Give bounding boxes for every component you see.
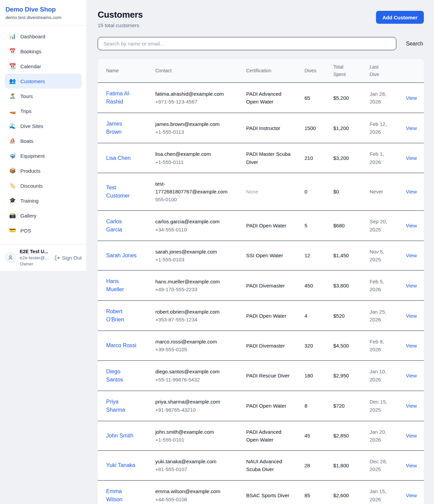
page-header: Customers 15 total customers Add Custome…: [98, 10, 424, 28]
customer-certification: PADI Instructor: [241, 113, 299, 143]
customer-last-dive: Sep 20, 2025: [364, 210, 400, 241]
customer-phone: +1-555-0113: [155, 128, 235, 136]
sidebar-item-boats[interactable]: ⛵ Boats: [5, 133, 82, 148]
customer-name-link[interactable]: John Smith: [106, 432, 133, 440]
customer-name-link[interactable]: Priya Sharma: [106, 398, 137, 414]
view-link[interactable]: View: [406, 253, 417, 258]
table-row: Hans Mueller hans.mueller@example.com +4…: [98, 270, 424, 301]
sidebar-item-dashboard[interactable]: 📊 Dashboard: [5, 29, 82, 44]
customer-name-link[interactable]: James Brown: [106, 120, 137, 136]
customer-total-spent: $1,450: [328, 241, 364, 270]
search-input[interactable]: [98, 37, 396, 50]
view-link[interactable]: View: [406, 125, 417, 131]
sidebar-item-customers[interactable]: 👥 Customers: [5, 74, 82, 89]
customer-last-dive: Nov 5, 2025: [364, 241, 400, 270]
view-link[interactable]: View: [406, 463, 417, 468]
table-row: Priya Sharma priya.sharma@example.com +9…: [98, 391, 424, 421]
wave-icon: 🌊: [9, 123, 16, 129]
search-button[interactable]: Search: [405, 39, 424, 48]
customer-dives: 12: [299, 241, 328, 270]
table-row: Marco Rossi marco.rossi@example.com +39-…: [98, 331, 424, 361]
customer-certification: PADI Open Water: [241, 210, 299, 241]
sidebar-item-products[interactable]: 📦 Products: [5, 163, 82, 178]
sidebar-item-calendar[interactable]: 📆 Calendar: [5, 59, 82, 74]
sidebar-item-tours[interactable]: 🏝️ Tours: [5, 89, 82, 104]
view-link[interactable]: View: [406, 283, 417, 288]
sidebar-item-discounts[interactable]: 🏷️ Discounts: [5, 178, 82, 193]
column-header: Total Spent: [328, 59, 364, 83]
sidebar-item-pos[interactable]: 💳 POS: [5, 223, 82, 238]
customer-phone: +1-555-0101: [155, 436, 235, 444]
sidebar-item-trips[interactable]: 🚤 Trips: [5, 104, 82, 118]
customer-dives: 1500: [299, 113, 328, 143]
speedboat-icon: 🚤: [9, 108, 16, 114]
customer-email: priya.sharma@example.com: [155, 398, 228, 406]
sidebar-item-gallery[interactable]: 📸 Gallery: [5, 208, 82, 223]
view-link[interactable]: View: [406, 373, 417, 378]
customer-name-link[interactable]: Hans Mueller: [106, 277, 137, 294]
customer-total-spent: $520: [328, 301, 364, 331]
table-row: Carlos Garcia carlos.garcia@example.com …: [98, 210, 424, 241]
customer-name-link[interactable]: Test Customer: [106, 184, 137, 200]
add-customer-button[interactable]: Add Customer: [376, 11, 424, 24]
view-link[interactable]: View: [406, 433, 417, 438]
customer-certification: PADI Divemaster: [241, 270, 299, 301]
sidebar-item-equipment[interactable]: 🤿 Equipment: [5, 148, 82, 163]
table-row: Fatima Al-Rashid fatima.alrashid@example…: [98, 83, 424, 113]
customer-email: james.brown@example.com: [155, 120, 228, 128]
customer-total-spent: $2,600: [328, 480, 364, 504]
customer-email: diego.santos@example.com: [155, 368, 228, 375]
customer-dives: 65: [299, 83, 328, 113]
customer-name-link[interactable]: Sarah Jones: [106, 251, 137, 260]
customer-email: hans.mueller@example.com: [155, 278, 228, 285]
customer-phone: +44-555-0108: [155, 496, 235, 503]
customer-phone: +39-555-0105: [155, 346, 235, 353]
customer-name-link[interactable]: Diego Santos: [106, 368, 137, 384]
customer-total-spent: $0: [328, 173, 364, 210]
customer-dives: 8: [299, 391, 328, 421]
customer-dives: 85: [299, 480, 328, 504]
customer-total-spent: $4,500: [328, 331, 364, 361]
customer-phone: +1-555-0111: [155, 158, 235, 166]
customer-name-link[interactable]: Carlos Garcia: [106, 218, 137, 234]
customer-last-dive: Feb 1, 2026: [364, 143, 400, 173]
view-link[interactable]: View: [406, 223, 417, 228]
shop-domain: demo.test.divestreams.com: [5, 15, 81, 20]
customer-name-link[interactable]: Lisa Chen: [106, 154, 131, 162]
customer-name-link[interactable]: Emma Wilson: [106, 487, 137, 504]
customer-name-link[interactable]: Yuki Tanaka: [106, 461, 135, 469]
customer-email: robert.obrien@example.com: [155, 308, 228, 316]
view-link[interactable]: View: [406, 343, 417, 349]
view-link[interactable]: View: [406, 155, 417, 161]
view-link[interactable]: View: [406, 313, 417, 319]
customer-email: emma.wilson@example.com: [155, 487, 228, 495]
customer-email: carlos.garcia@example.com: [155, 218, 228, 225]
sidebar-item-training[interactable]: 🎓 Training: [5, 193, 82, 208]
customer-certification: NAUI Advanced Scuba Diver: [241, 451, 299, 481]
customer-phone: +34-555-0110: [155, 226, 235, 234]
sign-out-button[interactable]: Sign Out: [55, 255, 82, 261]
view-link[interactable]: View: [406, 403, 417, 409]
view-link[interactable]: View: [406, 95, 417, 101]
customer-certification: PADI Master Scuba Diver: [241, 143, 299, 173]
person-icon: [7, 255, 14, 261]
view-link[interactable]: View: [406, 189, 417, 194]
customer-email: sarah.jones@example.com: [155, 248, 228, 256]
customer-name-link[interactable]: Robert O'Brien: [106, 307, 137, 324]
view-link[interactable]: View: [406, 492, 417, 498]
customer-name-link[interactable]: Fatima Al-Rashid: [106, 90, 137, 106]
customer-name-link[interactable]: Marco Rossi: [106, 341, 136, 350]
customers-table-card: NameContactCertificationDivesTotal Spent…: [98, 59, 424, 504]
sidebar-item-dive-sites[interactable]: 🌊 Dive Sites: [5, 118, 82, 133]
customer-email: yuki.tanaka@example.com: [155, 458, 228, 465]
tear-off-calendar-icon: 📆: [9, 63, 16, 69]
user-name: E2E Test U...: [20, 249, 82, 254]
customer-email: fatima.alrashid@example.com: [155, 90, 228, 98]
customer-phone: 555-0100: [155, 195, 235, 203]
column-header: Certification: [241, 59, 299, 83]
sidebar-item-bookings[interactable]: 📅 Bookings: [5, 44, 82, 59]
people-icon: 👥: [9, 78, 16, 84]
sign-out-label: Sign Out: [62, 255, 82, 261]
customer-last-dive: Jan 28, 2026: [364, 83, 400, 113]
customer-certification: PADI Open Water: [241, 391, 299, 421]
